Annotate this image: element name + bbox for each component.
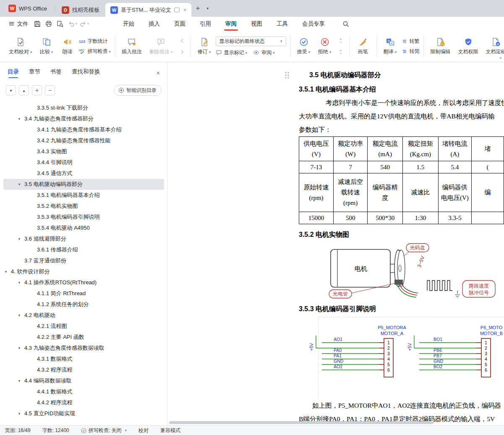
expand-arrow-icon[interactable] <box>18 183 24 186</box>
table-cell[interactable]: 编 <box>471 173 504 212</box>
toc-item[interactable]: 4. 软件设计部分 <box>3 266 164 277</box>
toc-item[interactable]: 4.4.1 数据格式 <box>3 386 164 397</box>
expand-arrow-icon[interactable] <box>18 237 24 241</box>
toc-item[interactable]: 4.5 直立PID功能实现 <box>3 408 164 419</box>
zoom-in-button[interactable]: + <box>32 85 42 95</box>
show-markup-button[interactable]: 显示标记 <box>216 49 248 56</box>
toc-item[interactable]: 4.4 编码器数据读取 <box>3 375 164 386</box>
next-change-button[interactable] <box>336 48 345 56</box>
sidebar-close-icon[interactable]: × <box>157 70 160 76</box>
toc-item[interactable]: 4.4.2 程序流程 <box>3 397 164 408</box>
expand-arrow-icon[interactable] <box>4 270 11 274</box>
document-tab-active[interactable]: W 基于STM... 毕业论文 × <box>105 3 191 17</box>
toc-item[interactable]: 3.7 蓝牙通信部份 <box>3 255 164 266</box>
toc-item[interactable]: 3.5.2 电机实物图 <box>3 201 164 212</box>
brush-button[interactable]: 画笔 <box>353 35 373 58</box>
toc-item[interactable]: 4.3.1 数据格式 <box>3 354 164 364</box>
table-cell[interactable]: 额定电流 (mA) <box>368 137 403 161</box>
word-count-button[interactable]: 123 字数统计 <box>79 38 111 45</box>
toc-item[interactable]: 3.5 电机驱动编码器部分 <box>3 179 164 190</box>
toc-item[interactable]: 3.5.4 电机驱动 A4950 <box>3 223 164 233</box>
expand-all-button[interactable]: ▴ <box>19 85 29 95</box>
table-cell[interactable]: 原始转速 (rpm) <box>299 173 334 212</box>
toc-item[interactable]: 3.4.3 实物图 <box>3 146 164 157</box>
tab-insert[interactable]: 插入 <box>141 17 167 31</box>
save-button[interactable] <box>32 19 42 29</box>
sidebar-tab-toc[interactable]: 目录 <box>8 68 19 78</box>
toc-item[interactable]: 3.5.1 电机编码器基本介绍 <box>3 190 164 201</box>
tab-membership[interactable]: 会员专享 <box>295 17 332 31</box>
tab-review[interactable]: 审阅 <box>218 17 244 31</box>
tab-page[interactable]: 页面 <box>167 17 193 31</box>
table-cell[interactable]: 编码器精 度 <box>368 173 403 212</box>
proofing-status[interactable]: 校对 <box>138 427 149 434</box>
toc-item[interactable]: 4.2.1 流程图 <box>3 321 164 332</box>
table-cell[interactable]: 15000 <box>299 212 334 224</box>
table-cell[interactable]: 5.4 <box>438 161 471 173</box>
new-tab-button[interactable]: + <box>192 3 203 14</box>
prev-change-button[interactable] <box>336 37 345 45</box>
table-cell[interactable]: 7-13 <box>299 161 334 173</box>
translate-button[interactable]: 文A 翻译 <box>381 35 400 58</box>
reject-button[interactable]: 拒绝 <box>315 35 334 58</box>
prev-comment-button[interactable] <box>178 37 187 45</box>
tab-list-dropdown-icon[interactable]: ▾ <box>204 6 211 10</box>
ribbon-collapse-icon[interactable]: ▾ <box>499 56 501 60</box>
compare-button[interactable]: 比较 <box>37 35 56 58</box>
table-cell[interactable]: 额定功率 (W) <box>334 137 368 161</box>
toc-item[interactable]: 4.2 电机驱动 <box>3 310 164 321</box>
table-cell[interactable]: ( <box>471 161 504 173</box>
table-cell[interactable]: 1:30 <box>402 212 438 224</box>
restrict-edit-button[interactable]: 限制编辑 <box>428 35 454 58</box>
table-cell[interactable]: 堵 <box>471 137 504 161</box>
expand-arrow-icon[interactable] <box>18 314 24 317</box>
toc-item[interactable]: 4.3 九轴姿态角度传感器数据读取 <box>3 343 164 354</box>
table-cell[interactable] <box>471 212 504 224</box>
tab-view[interactable]: 视图 <box>244 17 269 31</box>
sidebar-tab-bookmark[interactable]: 书签 <box>50 68 62 78</box>
document-canvas[interactable]: 3.5 电机驱动编码器部分 3.5.1 电机编码器基本介绍 考虑到平衡小车是一个… <box>168 62 504 425</box>
table-cell[interactable]: 额定扭矩 (Kg.cm) <box>402 137 438 161</box>
smart-toc-button[interactable]: 智能识别目录 <box>114 85 162 96</box>
expand-arrow-icon[interactable] <box>18 346 24 350</box>
table-cell[interactable]: 编码器供 电电压(V) <box>438 173 471 212</box>
motor-photo-figure[interactable]: 电机 光码盘 光电管 3~5V 两路速度 脉冲信号 <box>311 240 504 303</box>
toc-item[interactable]: 3.5.3 电机编码器引脚说明 <box>3 212 164 223</box>
toc-item[interactable]: 3.3.5 st-link 下载部分 <box>3 102 164 113</box>
toc-item[interactable]: 3.6 巡线避障部分 <box>3 233 164 244</box>
toc-item[interactable]: 4.3.2 程序流程 <box>3 364 164 375</box>
doc-proof-button[interactable]: 文档校对 <box>6 35 35 58</box>
expand-arrow-icon[interactable] <box>18 281 24 285</box>
toc-item[interactable]: 3.4.4 引脚说明 <box>3 157 164 168</box>
spellcheck-status[interactable]: 拼写检查: 关闭 <box>81 427 127 434</box>
insert-comment-button[interactable]: 插入批注 <box>119 35 145 58</box>
toc-item[interactable]: 3.4.1 九轴姿态角度传感器基本介绍 <box>3 124 164 135</box>
tab-reference[interactable]: 引用 <box>193 17 218 31</box>
next-comment-button[interactable] <box>178 48 187 56</box>
tab-start[interactable]: 开始 <box>116 17 141 31</box>
doc-permission-button[interactable]: 文档权限 <box>455 35 481 58</box>
undo-button[interactable] <box>66 19 76 29</box>
doc-finalize-button[interactable]: 文档定稿 <box>483 35 504 58</box>
table-cell[interactable]: 3.3-5 <box>438 212 471 224</box>
sidebar-tab-chapter[interactable]: 章节 <box>29 68 40 78</box>
horizontal-scrollbar[interactable] <box>169 421 433 424</box>
toc-item[interactable]: 4.1.2 系统任务的划分 <box>3 299 164 310</box>
expand-arrow-icon[interactable] <box>18 117 24 121</box>
expand-arrow-icon[interactable] <box>18 412 24 416</box>
table-cell[interactable]: 500 <box>334 212 368 224</box>
toc-item[interactable]: 3.4.2 九轴姿态角度传感器性能 <box>3 135 164 146</box>
collapse-all-button[interactable]: ▾ <box>6 85 16 95</box>
delete-comment-button[interactable]: 删除批注 <box>146 35 176 58</box>
word-count-indicator[interactable]: 字数: 12400 <box>42 427 69 434</box>
print-button[interactable] <box>43 19 54 29</box>
docer-template-tab[interactable]: D 找稻壳模板 <box>57 3 104 17</box>
toc-item[interactable]: 3.6.1 传感器介绍 <box>3 244 164 255</box>
pin-diagram-figure[interactable]: P5_MOTORA MOTOR_A 1 2 3 4 5 6 <box>309 315 504 401</box>
tab-close-icon[interactable]: × <box>183 7 187 13</box>
tab-tools[interactable]: 工具 <box>269 17 295 31</box>
sidebar-tab-find-replace[interactable]: 查找和替换 <box>72 68 100 78</box>
toc-item[interactable]: 3.4.5 通信方式 <box>3 168 164 179</box>
simp-to-trad-button[interactable]: 简 转繁 <box>402 38 420 45</box>
table-cell[interactable]: 1.5 <box>402 161 438 173</box>
